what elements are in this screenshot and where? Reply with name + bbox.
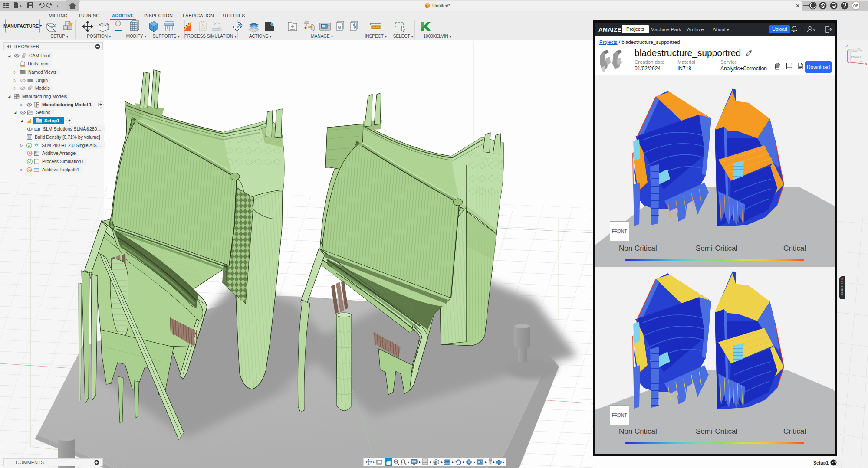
svg-text:OE: OE — [853, 3, 859, 8]
svg-text:X: X — [865, 62, 867, 66]
svg-text:Z: Z — [845, 44, 848, 48]
svg-text:G: G — [338, 25, 341, 29]
svg-text:FRONT: FRONT — [851, 55, 861, 58]
